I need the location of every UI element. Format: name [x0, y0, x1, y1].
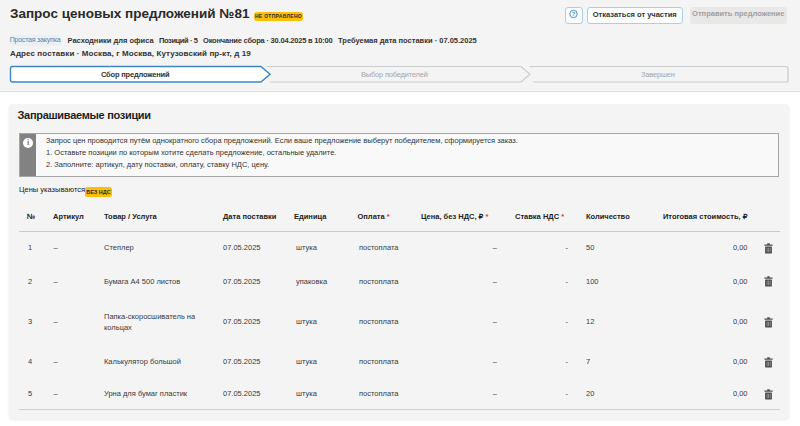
svg-text:?: ? [572, 11, 576, 17]
